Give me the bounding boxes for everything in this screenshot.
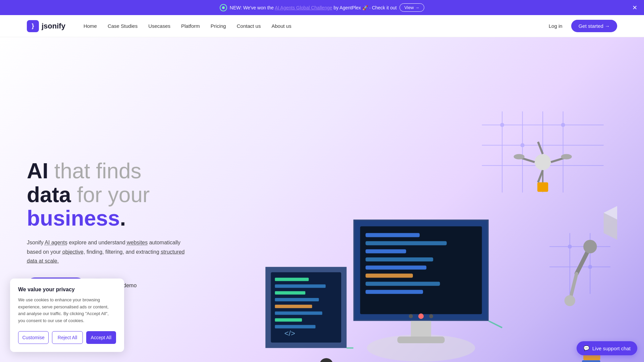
svg-rect-33 <box>397 337 445 343</box>
cookie-reject-button[interactable]: Reject All <box>52 331 83 344</box>
cookie-description: We use cookies to enhance your browsing … <box>18 297 116 324</box>
svg-point-72 <box>320 358 333 362</box>
hero-title-business: business <box>27 206 120 230</box>
hero-desc-ai-agents: AI agents <box>45 240 67 245</box>
navbar: } jsonify Home Case Studies Usecases Pla… <box>0 15 644 37</box>
svg-point-61 <box>583 240 597 253</box>
svg-rect-24 <box>366 257 433 261</box>
logo-icon: } <box>27 20 39 32</box>
svg-rect-41 <box>275 311 322 315</box>
cookie-banner: We value your privacy We use cookies to … <box>10 279 124 352</box>
svg-rect-42 <box>275 318 302 321</box>
announcement-text: NEW: We've won the AI Agents Global Chal… <box>230 5 397 10</box>
svg-point-30 <box>409 314 413 318</box>
svg-line-66 <box>538 142 543 154</box>
announcement-banner: NEW: We've won the AI Agents Global Chal… <box>0 0 644 15</box>
hero-desc-objective: objective, <box>62 249 85 255</box>
hero-title-that-finds: that finds <box>48 159 142 183</box>
nav-links: Home Case Studies Usecases Platform Pric… <box>79 20 544 32</box>
svg-rect-37 <box>275 285 326 288</box>
hero-title-data: data <box>27 183 71 207</box>
live-chat-icon: 💬 <box>583 345 590 351</box>
svg-rect-39 <box>275 298 319 301</box>
hero-title-ai: AI <box>27 159 48 183</box>
nav-usecases[interactable]: Usecases <box>144 20 175 32</box>
svg-rect-71 <box>537 182 548 192</box>
logo[interactable]: } jsonify <box>27 20 65 32</box>
hero-desc-structured-data: structured data at scale. <box>27 249 185 264</box>
nav-pricing[interactable]: Pricing <box>206 20 231 32</box>
svg-point-16 <box>588 265 592 269</box>
svg-point-29 <box>418 313 424 319</box>
nav-platform[interactable]: Platform <box>176 20 205 32</box>
cookie-accept-button[interactable]: Accept All <box>86 331 116 344</box>
cookie-title: We value your privacy <box>18 287 116 293</box>
announcement-close-button[interactable]: ✕ <box>632 4 637 11</box>
live-chat-label: Live support chat <box>592 346 631 351</box>
svg-rect-43 <box>275 325 316 328</box>
svg-point-63 <box>535 154 551 170</box>
svg-rect-40 <box>275 305 312 308</box>
svg-point-7 <box>500 123 504 127</box>
svg-point-8 <box>521 143 525 147</box>
nav-home[interactable]: Home <box>79 20 102 32</box>
hero-illustration: </> <box>211 57 617 362</box>
svg-rect-36 <box>275 278 309 281</box>
cookie-customise-button[interactable]: Customise <box>18 331 49 344</box>
svg-rect-22 <box>366 241 447 245</box>
svg-rect-25 <box>366 265 426 269</box>
hero-title-dot: . <box>120 206 126 230</box>
login-button[interactable]: Log in <box>544 20 567 32</box>
svg-point-62 <box>565 295 575 306</box>
cookie-buttons: Customise Reject All Accept All <box>18 331 116 344</box>
logo-text: jsonify <box>42 22 65 31</box>
nav-about[interactable]: About us <box>267 20 296 32</box>
svg-point-10 <box>561 123 565 127</box>
svg-rect-27 <box>366 282 440 286</box>
svg-point-31 <box>429 314 433 318</box>
challenge-link[interactable]: AI Agents Global Challenge <box>275 5 332 10</box>
nav-get-started-button[interactable]: Get started → <box>571 20 617 32</box>
svg-text:</>: </> <box>284 329 295 338</box>
nav-case-studies[interactable]: Case Studies <box>103 20 142 32</box>
svg-point-68 <box>514 154 524 159</box>
hero-title: AI that finds data for your business. <box>27 159 211 230</box>
hero-desc-websites: websites <box>127 240 148 245</box>
hero-right: </> <box>211 57 617 362</box>
svg-rect-21 <box>366 233 420 237</box>
logo-bracket: } <box>32 22 34 29</box>
hero-description: Jsonify AI agents explore and understand… <box>27 238 188 265</box>
svg-rect-84 <box>582 360 600 362</box>
live-chat-widget[interactable]: 💬 Live support chat <box>577 341 637 355</box>
svg-rect-32 <box>411 321 431 338</box>
svg-point-69 <box>561 154 572 159</box>
svg-rect-26 <box>366 274 413 278</box>
svg-line-67 <box>538 170 543 182</box>
svg-line-90 <box>489 321 502 327</box>
svg-rect-20 <box>360 226 482 314</box>
svg-point-15 <box>568 245 572 249</box>
hero-title-for-your: for your <box>71 183 150 207</box>
nav-actions: Log in Get started → <box>544 20 617 32</box>
hero-left: AI that finds data for your business. Js… <box>27 159 211 293</box>
svg-rect-38 <box>275 291 306 295</box>
ring-icon <box>220 4 227 11</box>
nav-contact[interactable]: Contact us <box>232 20 266 32</box>
announcement-view-button[interactable]: View → <box>399 3 425 12</box>
svg-rect-23 <box>366 249 406 253</box>
svg-rect-28 <box>366 290 423 294</box>
